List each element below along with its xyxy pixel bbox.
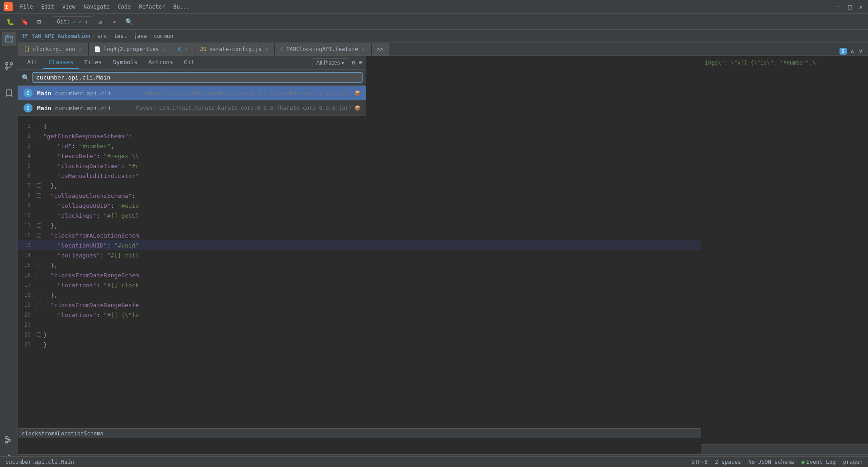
menu-navigate[interactable]: Navigate — [80, 3, 113, 11]
result-icon-0: C — [24, 89, 33, 98]
tab-label-feature: TAMClockingAPI.feature — [286, 46, 358, 52]
svg-rect-9 — [5, 441, 8, 443]
tab-more[interactable]: >> — [372, 43, 389, 56]
fold-icon-11[interactable]: - — [37, 223, 41, 228]
menu-bu[interactable]: Bu... — [170, 3, 193, 11]
fold-icon-12[interactable]: - — [37, 233, 41, 238]
nav-arrow-down[interactable]: ∨ — [857, 47, 864, 56]
editor-tabs: {} clocking.json ✕ 📄 log4j2.properties ✕… — [18, 42, 868, 56]
result-label-0: Main cucumber.api.cli — [37, 90, 111, 97]
code-line-21: 21 — [18, 320, 701, 330]
right-panel-content: ings\": \"#[] {\"id\": '#number',\" — [701, 56, 868, 444]
status-current-class[interactable]: cucumber.api.cli.Main — [5, 459, 74, 465]
tab-close-clocking[interactable]: ✕ — [78, 46, 83, 53]
code-line-6: 6 "isManualEditIndicator" — [18, 171, 701, 181]
tab-clocking-json[interactable]: {} clocking.json ✕ — [18, 43, 89, 56]
expand-icon[interactable]: ⊞ — [359, 59, 363, 66]
fold-icon-19[interactable]: - — [37, 303, 41, 307]
code-line-20: 20 "locations": "#[] {\"lo — [18, 310, 701, 320]
result-maven-0: Maven: info.cukes:cucumber-core:1.2.5 (c… — [146, 90, 361, 96]
tab-close-karate-config[interactable]: ✕ — [264, 46, 269, 53]
toolbar-git-check1: ✓ — [73, 19, 76, 25]
code-line-11: 11 - }, — [18, 220, 701, 230]
all-places-button[interactable]: All Places ▾ — [312, 58, 348, 67]
right-panel: ings\": \"#[] {\"id\": '#number',\" — [701, 56, 868, 454]
toolbar-revert-icon[interactable]: ↺ — [94, 15, 107, 28]
menu-refactor[interactable]: Refactor — [135, 3, 169, 11]
filter-icon[interactable]: ⚙ — [352, 59, 355, 66]
toolbar-search-icon[interactable]: 🔍 — [123, 15, 136, 28]
search-result-0[interactable]: C Main cucumber.api.cli Maven: info.cuke… — [18, 86, 366, 101]
menu-edit[interactable]: Edit — [38, 3, 58, 11]
code-line-1: 1 { — [18, 121, 701, 131]
event-log-icon: ● — [801, 459, 804, 465]
tab-label-log4j2: log4j2.properties — [104, 46, 159, 52]
breadcrumb-src: src — [97, 33, 107, 39]
tab-close-log4j2[interactable]: ✕ — [162, 46, 167, 53]
status-indent[interactable]: 2 spaces — [715, 459, 741, 465]
fold-icon-15[interactable]: - — [37, 263, 41, 267]
toolbar-undo-icon[interactable]: ↶ — [108, 15, 121, 28]
window-controls: ─ □ ✕ — [835, 3, 864, 10]
toolbar-git-label: Git: — [57, 19, 70, 25]
sidebar-item-pullrequests[interactable] — [2, 59, 16, 73]
toolbar-bookmark-icon[interactable]: 🔖 — [18, 15, 31, 28]
line-counter-badge: 6 — [840, 48, 847, 55]
search-tab-all[interactable]: All — [22, 56, 43, 69]
tab-tam-feature[interactable]: K TAMClockingAPI.feature ✕ — [275, 43, 372, 56]
status-schema[interactable]: No JSON schema — [748, 459, 794, 465]
code-line-10: 10 "clockings": "#[] getCl — [18, 210, 701, 220]
maximize-button[interactable]: □ — [846, 3, 854, 10]
title-bar: I File Edit View Navigate Code Refactor … — [0, 0, 868, 14]
code-line-3: 3 "id": "#number", — [18, 141, 701, 151]
toolbar-git-widget[interactable]: Git: ✓ ✓ ↑ — [53, 16, 92, 27]
menu-view[interactable]: View — [59, 3, 79, 11]
fold-icon-2[interactable]: - — [37, 134, 41, 138]
close-button[interactable]: ✕ — [857, 3, 864, 10]
search-tab-git[interactable]: Git — [179, 56, 200, 69]
jar-icon-0: 📦 — [354, 90, 361, 96]
tab-label-clocking: clocking.json — [33, 46, 75, 52]
sidebar-item-project[interactable] — [2, 32, 16, 46]
code-line-22: 22 - } — [18, 330, 701, 340]
code-lines: 1 { 2 - "getClockResponseSchema": 3 — [18, 119, 701, 350]
search-tab-files[interactable]: Files — [79, 56, 107, 69]
code-line-12: 12 - "clocksfromALocationSchem — [18, 230, 701, 240]
code-line-7: 7 - }, — [18, 181, 701, 191]
search-result-1[interactable]: C Main cucumber.api.cli Maven: com.intui… — [18, 101, 366, 116]
status-user[interactable]: pragun — [843, 459, 863, 465]
tab-close-feature[interactable]: ✕ — [361, 46, 366, 53]
tab-karate3[interactable]: K ✕ — [172, 43, 194, 56]
tab-karate-config[interactable]: JS karate-config.js ✕ — [194, 43, 275, 56]
fold-icon-16[interactable]: - — [37, 273, 41, 277]
search-input[interactable] — [32, 72, 363, 83]
menu-file[interactable]: File — [16, 3, 37, 11]
app-logo: I — [4, 2, 13, 11]
fold-icon-22[interactable]: - — [37, 332, 41, 337]
sidebar-item-structure[interactable] — [2, 433, 16, 447]
footer-schema-label: clocksfromALocationSchema — [22, 430, 104, 437]
search-tab-actions[interactable]: Actions — [143, 56, 179, 69]
sidebar-item-bookmarks[interactable] — [2, 86, 16, 100]
status-encoding[interactable]: UTF-8 — [691, 459, 708, 465]
toolbar-layout-icon[interactable]: ⊞ — [33, 15, 45, 28]
status-event-log[interactable]: ● Event Log — [801, 459, 835, 465]
jar-icon-1: 📦 — [354, 105, 361, 111]
svg-rect-7 — [5, 437, 8, 439]
code-line-4: 4 "tescoDate": "#regex \\ — [18, 151, 701, 161]
tab-close-karate3[interactable]: ✕ — [184, 46, 189, 53]
nav-arrow-up[interactable]: ∧ — [849, 47, 856, 56]
tab-log4j2[interactable]: 📄 log4j2.properties ✕ — [89, 43, 172, 56]
nav-arrows: ∧ ∨ — [849, 47, 864, 56]
search-tab-bar: All Classes Files Symbols Actions Git Al… — [18, 56, 366, 70]
fold-icon-8[interactable]: - — [37, 193, 41, 198]
menu-code[interactable]: Code — [114, 3, 135, 11]
minimize-button[interactable]: ─ — [835, 3, 843, 10]
search-tab-classes[interactable]: Classes — [43, 56, 79, 69]
fold-icon-7[interactable]: - — [37, 183, 41, 188]
search-tab-symbols[interactable]: Symbols — [107, 56, 143, 69]
tab-icon-log4j2: 📄 — [94, 46, 101, 52]
fold-icon-18[interactable]: - — [37, 293, 41, 297]
sidebar — [0, 30, 18, 467]
toolbar-debug-icon[interactable]: 🐛 — [4, 15, 16, 28]
